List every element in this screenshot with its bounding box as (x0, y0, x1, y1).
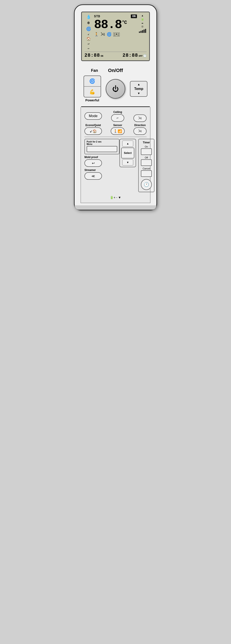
timer-off-button[interactable] (141, 159, 152, 166)
upper-buttons-row: 🌀 💪 Powerful ⏻ ▲ Temp ▼ (81, 76, 150, 102)
power-button[interactable]: ⏻ (106, 79, 125, 99)
nav-down-button[interactable]: ▼ (122, 159, 133, 166)
battery-icon: 🔋 (141, 18, 144, 21)
select-label: Select (124, 152, 131, 154)
menu-button[interactable] (87, 146, 117, 152)
nav-up-button[interactable]: ▲ (122, 140, 133, 147)
a-icon: [A] (113, 32, 120, 36)
bottom-complex-row: Push for 2 secMenu Mold proof ↩ Streamer… (84, 139, 147, 192)
streamer-icon: ≪ (91, 174, 95, 178)
timer-on-group: On (141, 145, 152, 155)
clock-icon: 🕐 (144, 182, 149, 187)
onoff-label: On/Off (108, 68, 123, 73)
home-icon: 🏠 (86, 37, 91, 41)
lcd-temp-unit: °C (122, 20, 126, 25)
streamer-label: Streamer (84, 168, 96, 172)
ceiling-label: Ceiling (113, 110, 122, 114)
timer-cancel-label: Cancel (143, 167, 150, 170)
econo-icon: ↙🏠 (90, 129, 97, 133)
lcd-left-icons: 💧 ❄ 🌀 ↙ 🏠 ↩ ⇐ (84, 14, 93, 50)
econo-group: Econo/Quiet ↙🏠 (84, 124, 102, 135)
nav-up-icon: ▲ (126, 142, 129, 145)
section-divider (84, 136, 147, 137)
screen1-icon: ▬ (142, 22, 143, 24)
mode-group: Mode (84, 112, 102, 120)
upper-labels: Fan On/Off (81, 68, 150, 73)
arrow-up-icon: ▲ (142, 14, 143, 17)
timer-section: Timer On Off Cancel 🕐 (138, 139, 154, 192)
swing-icon: 🌬 (138, 116, 142, 120)
mode-ceiling-row: Mode Ceiling ⌐ 🌬 (84, 110, 147, 122)
temp-up-arrow: ▲ (137, 83, 140, 86)
timer-cancel-group: Cancel (141, 167, 152, 177)
mold-button[interactable]: ↩ (84, 159, 102, 167)
temp-button[interactable]: ▲ Temp ▼ (130, 81, 147, 97)
lcd-timer-off-label: OFF (139, 55, 143, 57)
direction-icon: 🌬 (138, 129, 142, 133)
push-label: Push for 2 secMenu (87, 140, 117, 145)
powerful-label: Powerful (85, 98, 99, 102)
wind-icon: 🌬 (101, 32, 105, 37)
battery-row: 🔋+ - ▼ (84, 196, 147, 199)
mold-label: Mold proof (84, 156, 98, 159)
fan-label: Fan (86, 68, 103, 73)
streamer-group: Streamer ≪ (84, 168, 119, 180)
lcd-right-icons: ▲ 🔋 ▬ ◫ (138, 14, 147, 33)
direction-label: Direction (134, 124, 146, 127)
streamer-button[interactable]: ≪ (84, 172, 102, 180)
timer-off-group: Off (141, 156, 152, 166)
fan2-icon: 🌀 (107, 32, 112, 37)
arrow-icon: ↙ (88, 32, 89, 36)
lcd-on-badge: ON (131, 14, 137, 18)
timer-buttons: On Off Cancel (141, 145, 152, 177)
direction-button[interactable]: 🌬 (133, 128, 147, 135)
fan-speed-button[interactable]: 🌀 (84, 76, 101, 86)
timer-title: Timer (141, 141, 152, 144)
ceiling-icon: ⌐ (117, 116, 119, 120)
sensor-group: Sensor 🚶📶 (111, 124, 125, 135)
fan-icon: 🌀 (86, 26, 91, 31)
select-nav-section: ▲ Select ▼ (119, 139, 136, 167)
fan-icon-btn: 🌀 (89, 78, 95, 84)
mode-button[interactable]: Mode (84, 112, 102, 120)
ceiling-button[interactable]: ⌐ (111, 114, 124, 122)
temp-down-arrow: ▼ (137, 92, 140, 95)
power-icon: ⏻ (112, 85, 119, 92)
curve-icon: ↩ (88, 42, 89, 46)
left-section: Push for 2 secMenu Mold proof ↩ Streamer… (84, 139, 119, 180)
sensor-button[interactable]: 🚶📶 (111, 128, 125, 135)
timer-on-button[interactable] (141, 148, 152, 155)
ceiling-group: Ceiling ⌐ (111, 110, 124, 122)
remote-control: 💧 ❄ 🌀 ↙ 🏠 ↩ ⇐ STD ON 88.8 °C 🚶 (74, 4, 157, 210)
mode-label: Mode (89, 114, 98, 118)
lcd-center: STD ON 88.8 °C 🚶 🌬 🌀 [A] (93, 14, 138, 37)
econo-label: Econo/Quiet (85, 124, 101, 127)
push-menu-section: Push for 2 secMenu (84, 139, 119, 154)
lcd-timer-row: 28:88 ON 28:88 OFF 🕐 (84, 52, 147, 58)
swing-button[interactable]: 🌬 (133, 114, 147, 122)
econo-sensor-direction-row: Econo/Quiet ↙🏠 Sensor 🚶📶 Direction 🌬 (84, 124, 147, 135)
lcd-timer-on-time: 28:88 (84, 53, 100, 58)
powerful-button[interactable]: 💪 (84, 86, 101, 98)
lcd-timer-off-time: 28:88 (123, 53, 138, 58)
select-nav-border: ▲ Select ▼ (119, 139, 136, 167)
timer-cancel-button[interactable] (141, 170, 152, 177)
clock-icon-small: 🕐 (143, 54, 147, 58)
econo-button[interactable]: ↙🏠 (84, 128, 102, 135)
clock-button[interactable]: 🕐 (141, 179, 152, 190)
swing-group: 🌬 (133, 110, 147, 122)
select-button[interactable]: Select (121, 148, 134, 158)
direction-group: Direction 🌬 (133, 124, 147, 135)
timer-off-label: Off (145, 156, 148, 159)
sensor-icon: 🚶📶 (113, 129, 122, 133)
person-icon: 🚶 (94, 32, 99, 37)
lcd-bottom-icons: 🚶 🌬 🌀 [A] (94, 32, 137, 37)
mold-icon: ↩ (92, 161, 95, 165)
mold-group: Mold proof ↩ (84, 156, 119, 167)
temp-label: Temp (134, 87, 143, 91)
water-drop-icon: 💧 (86, 14, 91, 19)
screen2-icon: ◫ (142, 25, 143, 28)
double-arrow-icon: ⇐ (88, 47, 89, 50)
nav-down-icon: ▼ (126, 161, 129, 164)
lcd-display: 💧 ❄ 🌀 ↙ 🏠 ↩ ⇐ STD ON 88.8 °C 🚶 (81, 12, 150, 61)
